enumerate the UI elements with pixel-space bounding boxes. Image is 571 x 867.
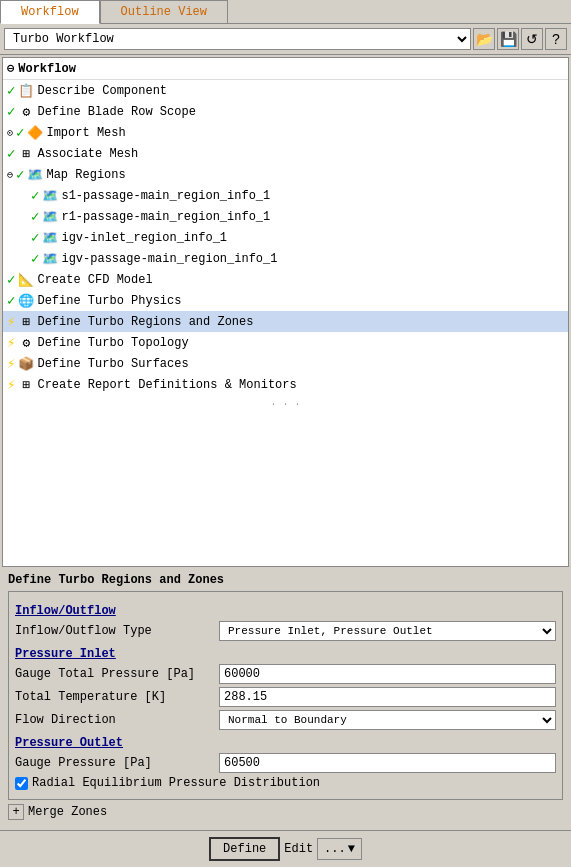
region-icon: 🗺️ [42,188,58,204]
tree-item-report-defs[interactable]: ⚡ ⊞ Create Report Definitions & Monitors [3,374,568,395]
region-icon: 🗺️ [42,230,58,246]
inflow-type-label: Inflow/Outflow Type [15,624,215,638]
check-icon: ✓ [31,250,39,267]
gauge-pressure-row: Gauge Total Pressure [Pa] [15,664,556,684]
total-temp-label: Total Temperature [K] [15,690,215,704]
tree-item-associate-mesh[interactable]: ✓ ⊞ Associate Mesh [3,143,568,164]
tree-item-create-cfd[interactable]: ✓ 📐 Create CFD Model [3,269,568,290]
lightning-icon: ⚡ [7,376,15,393]
tree-item-map-regions[interactable]: ⊖ ✓ 🗺️ Map Regions [3,164,568,185]
inflow-type-row: Inflow/Outflow Type Pressure Inlet, Pres… [15,621,556,641]
tree-item-r1-passage[interactable]: ✓ 🗺️ r1-passage-main_region_info_1 [3,206,568,227]
workflow-select[interactable]: Turbo Workflow [4,28,471,50]
detail-panel: Define Turbo Regions and Zones Inflow/Ou… [0,567,571,830]
lightning-icon: ⚡ [7,313,15,330]
edit-label: Edit [284,842,313,856]
merge-zones-row: + Merge Zones [8,804,563,820]
gauge-total-label: Gauge Total Pressure [Pa] [15,667,215,681]
topology-icon: ⚙️ [18,335,34,351]
check-icon: ✓ [7,271,15,288]
tree-item-import-mesh[interactable]: ⊙ ✓ 🔶 Import Mesh [3,122,568,143]
lightning-icon: ⚡ [7,355,15,372]
total-temp-row: Total Temperature [K] [15,687,556,707]
inflow-section-title: Inflow/Outflow [15,604,556,618]
check-icon: ✓ [7,103,15,120]
check-icon: ✓ [31,208,39,225]
tree-item-igv-inlet[interactable]: ✓ 🗺️ igv-inlet_region_info_1 [3,227,568,248]
open-button[interactable]: 📂 [473,28,495,50]
region-icon: 🗺️ [42,209,58,225]
help-button[interactable]: ? [545,28,567,50]
tree-item-turbo-physics[interactable]: ✓ 🌐 Define Turbo Physics [3,290,568,311]
tree-item-blade-row[interactable]: ✓ ⚙️ Define Blade Row Scope [3,101,568,122]
refresh-button[interactable]: ↺ [521,28,543,50]
toolbar: Turbo Workflow 📂 💾 ↺ ? [0,24,571,55]
flow-direction-label: Flow Direction [15,713,215,727]
tab-bar: Workflow Outline View [0,0,571,24]
check-icon: ✓ [31,229,39,246]
surfaces-icon: 📦 [18,356,34,372]
associate-icon: ⊞ [18,146,34,162]
tab-outline-view[interactable]: Outline View [100,0,228,23]
more-button[interactable]: ... ▼ [317,838,362,860]
check-icon: ✓ [7,82,15,99]
tree-item-igv-passage[interactable]: ✓ 🗺️ igv-passage-main_region_info_1 [3,248,568,269]
map-icon: 🗺️ [27,167,43,183]
tree-item-turbo-regions[interactable]: ⚡ ⊞ Define Turbo Regions and Zones [3,311,568,332]
merge-expand-btn[interactable]: + [8,804,24,820]
chevron-down-icon: ▼ [348,842,355,856]
tree-item-s1-passage[interactable]: ✓ 🗺️ s1-passage-main_region_info_1 [3,185,568,206]
tab-workflow[interactable]: Workflow [0,0,100,24]
check-icon: ✓ [7,292,15,309]
flow-direction-select[interactable]: Normal to Boundary [219,710,556,730]
describe-icon: 📋 [18,83,34,99]
pressure-inlet-title: Pressure Inlet [15,647,556,661]
gauge-pressure-input[interactable] [219,753,556,773]
tree-item-turbo-surfaces[interactable]: ⚡ 📦 Define Turbo Surfaces [3,353,568,374]
main-container: Workflow Outline View Turbo Workflow 📂 💾… [0,0,571,867]
report-icon: ⊞ [18,377,34,393]
check-icon: ✓ [7,145,15,162]
region-icon: 🗺️ [42,251,58,267]
radial-eq-checkbox[interactable] [15,777,28,790]
lightning-icon: ⚡ [7,334,15,351]
check-icon: ✓ [16,166,24,183]
radial-eq-label: Radial Equilibrium Pressure Distribution [32,776,320,790]
total-temp-input[interactable] [219,687,556,707]
inflow-type-select[interactable]: Pressure Inlet, Pressure Outlet [219,621,556,641]
save-button[interactable]: 💾 [497,28,519,50]
merge-zones-label: Merge Zones [28,805,107,819]
regions-icon: ⊞ [18,314,34,330]
mesh-icon: 🔶 [27,125,43,141]
footer: Define Edit ... ▼ [0,830,571,867]
panel-title: Define Turbo Regions and Zones [8,573,563,587]
workflow-panel: ⊖ Workflow ✓ 📋 Describe Component ✓ ⚙️ D… [2,57,569,567]
gauge-pressure-outlet-row: Gauge Pressure [Pa] [15,753,556,773]
physics-icon: 🌐 [18,293,34,309]
flow-direction-row: Flow Direction Normal to Boundary [15,710,556,730]
pressure-outlet-title: Pressure Outlet [15,736,556,750]
define-button[interactable]: Define [209,837,280,861]
inflow-section: Inflow/Outflow Inflow/Outflow Type Press… [8,591,563,800]
bottom-area: Define Turbo Regions and Zones Inflow/Ou… [0,567,571,867]
cfd-icon: 📐 [18,272,34,288]
gauge-total-input[interactable] [219,664,556,684]
workflow-header: ⊖ Workflow [3,58,568,80]
check-icon: ✓ [31,187,39,204]
tree-item-describe-component[interactable]: ✓ 📋 Describe Component [3,80,568,101]
radial-eq-row: Radial Equilibrium Pressure Distribution [15,776,556,790]
gauge-pressure-label: Gauge Pressure [Pa] [15,756,215,770]
check-icon: ✓ [16,124,24,141]
tree-item-turbo-topology[interactable]: ⚡ ⚙️ Define Turbo Topology [3,332,568,353]
divider: . . . [3,395,568,410]
blade-icon: ⚙️ [18,104,34,120]
